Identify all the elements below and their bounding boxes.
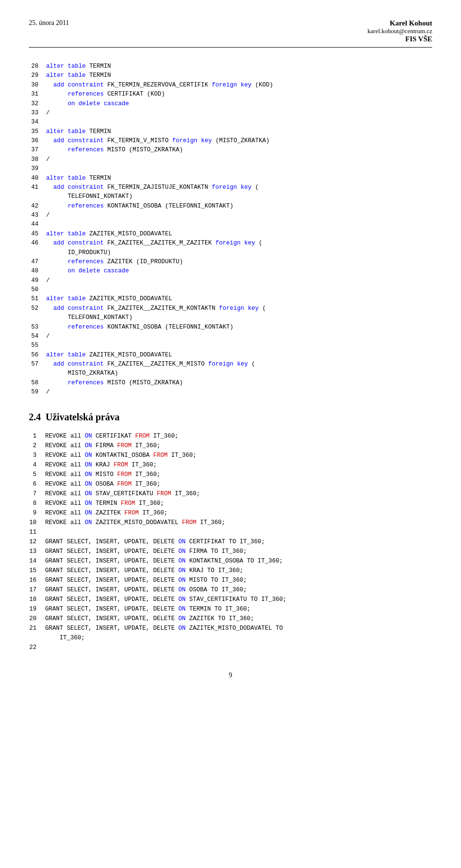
code-line: 39 bbox=[29, 164, 432, 173]
line-number: 49 bbox=[29, 276, 46, 285]
line-number: 37 bbox=[29, 146, 46, 155]
code-line: 28alter table TERMIN bbox=[29, 62, 432, 71]
sql-line: 12GRANT SELECT, INSERT, UPDATE, DELETE O… bbox=[29, 537, 432, 547]
sql-line: 19GRANT SELECT, INSERT, UPDATE, DELETE O… bbox=[29, 604, 432, 614]
line-number: 55 bbox=[29, 341, 46, 350]
sql-line-number: 12 bbox=[29, 537, 43, 547]
code-line: 32 on delete cascade bbox=[29, 99, 432, 109]
sql-line-content: GRANT SELECT, INSERT, UPDATE, DELETE ON … bbox=[43, 566, 432, 575]
sql-line-content: REVOKE all ON ZAZITEK FROM IT_360; bbox=[43, 508, 432, 518]
line-content: add constraint FK_TERMIN_REZERVOVA_CERTI… bbox=[46, 81, 432, 90]
code-line: 58 references MISTO (MISTO_ZKRATKA) bbox=[29, 379, 432, 388]
sql-line-content: REVOKE all ON CERTIFIKAT FROM IT_360; bbox=[43, 431, 432, 441]
code-line: 47 references ZAZITEK (ID_PRODUKTU) bbox=[29, 257, 432, 267]
line-number: 54 bbox=[29, 332, 46, 341]
line-number: 43 bbox=[29, 211, 46, 220]
sql-line-content: REVOKE all ON KRAJ FROM IT_360; bbox=[43, 460, 432, 470]
sql-line: 14GRANT SELECT, INSERT, UPDATE, DELETE O… bbox=[29, 556, 432, 566]
line-number: 41 bbox=[29, 183, 46, 192]
sql-line: 8REVOKE all ON TERMIN FROM IT_360; bbox=[29, 499, 432, 508]
line-content: / bbox=[46, 211, 432, 220]
sql-line: 5REVOKE all ON MISTO FROM IT_360; bbox=[29, 470, 432, 479]
line-content: references MISTO (MISTO_ZKRATKA) bbox=[46, 379, 432, 388]
code-line: 41 add constraint FK_TERMIN_ZAJISTUJE_KO… bbox=[29, 183, 432, 192]
sql-line-number: 17 bbox=[29, 585, 43, 595]
course-name: FIS VŠE bbox=[367, 35, 432, 43]
code-line: 42 references KONTAKTNI_OSOBA (TELEFONNI… bbox=[29, 202, 432, 211]
line-content: add constraint FK_ZAZITEK__ZAZITEK_M_ZAZ… bbox=[46, 239, 432, 248]
code-line: ID_PRODUKTU) bbox=[29, 248, 432, 257]
line-content: / bbox=[46, 332, 432, 341]
header-author: Karel Kohout karel.kohout@centrum.cz FIS… bbox=[367, 19, 432, 43]
sql-line: IT_360; bbox=[29, 633, 432, 643]
sql-line-number: 18 bbox=[29, 595, 43, 604]
code-line: 31 references CERTIFIKAT (KOD) bbox=[29, 90, 432, 99]
code-line: 59/ bbox=[29, 388, 432, 397]
sql-line: 22 bbox=[29, 643, 432, 652]
sql-line: 17GRANT SELECT, INSERT, UPDATE, DELETE O… bbox=[29, 585, 432, 595]
code-line: 50 bbox=[29, 285, 432, 294]
sql-line-content: IT_360; bbox=[43, 633, 432, 643]
line-content: alter table ZAZITEK_MISTO_DODAVATEL bbox=[46, 351, 432, 360]
line-content: add constraint FK_TERMIN_ZAJISTUJE_KONTA… bbox=[46, 183, 432, 192]
sql-line-number: 21 bbox=[29, 623, 43, 633]
code-line: 33/ bbox=[29, 109, 432, 118]
line-number: 29 bbox=[29, 71, 46, 80]
line-number: 58 bbox=[29, 379, 46, 388]
line-content: / bbox=[46, 109, 432, 118]
sql-line-number: 3 bbox=[29, 451, 43, 460]
sql-line-content: REVOKE all ON MISTO FROM IT_360; bbox=[43, 470, 432, 479]
sql-line-content: GRANT SELECT, INSERT, UPDATE, DELETE ON … bbox=[43, 556, 432, 566]
line-content: alter table TERMIN bbox=[46, 127, 432, 136]
sql-line: 11 bbox=[29, 527, 432, 537]
sql-line-content: REVOKE all ON TERMIN FROM IT_360; bbox=[43, 499, 432, 508]
sql-line: 16GRANT SELECT, INSERT, UPDATE, DELETE O… bbox=[29, 575, 432, 585]
line-content: alter table TERMIN bbox=[46, 71, 432, 80]
code-line: 37 references MISTO (MISTO_ZKRATKA) bbox=[29, 146, 432, 155]
code-line: TELEFONNI_KONTAKT) bbox=[29, 192, 432, 201]
line-content: TELEFONNI_KONTAKT) bbox=[46, 192, 432, 201]
code-line: 30 add constraint FK_TERMIN_REZERVOVA_CE… bbox=[29, 81, 432, 90]
code-line: 48 on delete cascade bbox=[29, 267, 432, 276]
page-header: 25. února 2011 Karel Kohout karel.kohout… bbox=[29, 19, 432, 48]
sql-line: 2REVOKE all ON FIRMA FROM IT_360; bbox=[29, 441, 432, 451]
line-number: 44 bbox=[29, 220, 46, 229]
sql-line-number: 7 bbox=[29, 489, 43, 499]
sql-line-number: 9 bbox=[29, 508, 43, 518]
sql-line-number: 1 bbox=[29, 431, 43, 441]
sql-line: 10REVOKE all ON ZAZITEK_MISTO_DODAVATEL … bbox=[29, 518, 432, 527]
code-line: 46 add constraint FK_ZAZITEK__ZAZITEK_M_… bbox=[29, 239, 432, 248]
sql-line: 4REVOKE all ON KRAJ FROM IT_360; bbox=[29, 460, 432, 470]
sql-line: 15GRANT SELECT, INSERT, UPDATE, DELETE O… bbox=[29, 566, 432, 575]
code-line: 56alter table ZAZITEK_MISTO_DODAVATEL bbox=[29, 351, 432, 360]
line-number: 56 bbox=[29, 351, 46, 360]
sql-line-number: 6 bbox=[29, 479, 43, 489]
line-content: MISTO_ZKRATKA) bbox=[46, 369, 432, 378]
code-line: 55 bbox=[29, 341, 432, 350]
sql-line: 6REVOKE all ON OSOBA FROM IT_360; bbox=[29, 479, 432, 489]
line-number: 30 bbox=[29, 81, 46, 90]
sql-line: 21GRANT SELECT, INSERT, UPDATE, DELETE O… bbox=[29, 623, 432, 633]
line-content: ID_PRODUKTU) bbox=[46, 248, 432, 257]
sql-line: 9REVOKE all ON ZAZITEK FROM IT_360; bbox=[29, 508, 432, 518]
code-line: 35alter table TERMIN bbox=[29, 127, 432, 136]
line-content: add constraint FK_ZAZITEK__ZAZITEK_M_MIS… bbox=[46, 360, 432, 369]
line-number: 33 bbox=[29, 109, 46, 118]
sql-line-content: GRANT SELECT, INSERT, UPDATE, DELETE ON … bbox=[43, 595, 432, 604]
line-number: 59 bbox=[29, 388, 46, 397]
line-number: 47 bbox=[29, 257, 46, 267]
header-date: 25. února 2011 bbox=[29, 19, 69, 27]
sql-line-number: 10 bbox=[29, 518, 43, 527]
line-number: 51 bbox=[29, 294, 46, 304]
line-number: 57 bbox=[29, 360, 46, 369]
sql-line-number: 13 bbox=[29, 547, 43, 556]
line-number: 48 bbox=[29, 267, 46, 276]
sql-line: 7REVOKE all ON STAV_CERTIFIKATU FROM IT_… bbox=[29, 489, 432, 499]
line-content: alter table TERMIN bbox=[46, 62, 432, 71]
sql-line: 3REVOKE all ON KONTAKTNI_OSOBA FROM IT_3… bbox=[29, 451, 432, 460]
line-content: alter table ZAZITEK_MISTO_DODAVATEL bbox=[46, 230, 432, 239]
line-content: references KONTAKTNI_OSOBA (TELEFONNI_KO… bbox=[46, 323, 432, 332]
line-number: 36 bbox=[29, 136, 46, 146]
section-heading: 2.4Uživatelská práva bbox=[29, 412, 432, 423]
sql-line-number: 19 bbox=[29, 604, 43, 614]
